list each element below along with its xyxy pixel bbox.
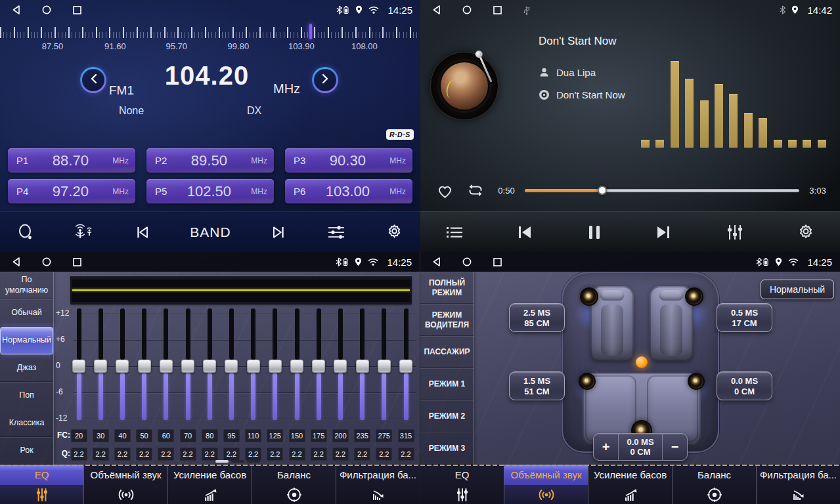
- tab-balance[interactable]: Баланс: [672, 465, 756, 504]
- increase-button[interactable]: +: [594, 434, 618, 460]
- listening-position-ball[interactable]: [636, 356, 648, 368]
- back-icon[interactable]: [432, 5, 441, 14]
- tab-surround[interactable]: Объёмный звук: [504, 465, 588, 504]
- seek-previous-icon[interactable]: [134, 224, 151, 241]
- recents-icon[interactable]: [493, 258, 502, 266]
- fc-value[interactable]: 125: [267, 429, 283, 442]
- q-value[interactable]: 2.2: [71, 448, 87, 461]
- page-dot-active[interactable]: [215, 460, 229, 463]
- slider-thumb[interactable]: [378, 360, 391, 373]
- q-value[interactable]: 2.2: [354, 448, 370, 461]
- q-value[interactable]: 2.2: [398, 448, 414, 461]
- fc-value[interactable]: 150: [289, 429, 305, 442]
- sound-profile-badge[interactable]: Нормальный: [761, 280, 834, 299]
- slider-thumb[interactable]: [290, 360, 303, 373]
- fc-value[interactable]: 70: [180, 429, 196, 442]
- slider-thumb[interactable]: [312, 360, 325, 373]
- fc-value[interactable]: 95: [223, 429, 240, 442]
- next-track-icon[interactable]: [654, 224, 673, 241]
- slider-thumb[interactable]: [116, 360, 129, 373]
- repeat-icon[interactable]: [466, 182, 485, 199]
- seek-next-icon[interactable]: [270, 224, 287, 241]
- fc-value[interactable]: 30: [93, 429, 109, 442]
- fc-value[interactable]: 275: [376, 429, 392, 442]
- tab-surround[interactable]: Объёмный звук: [83, 465, 167, 504]
- tune-up-button[interactable]: [312, 67, 338, 93]
- q-value[interactable]: 2.2: [332, 448, 349, 461]
- fc-value[interactable]: 20: [71, 429, 87, 442]
- fc-value[interactable]: 200: [332, 429, 349, 442]
- back-icon[interactable]: [12, 5, 20, 14]
- broadcast-icon[interactable]: [74, 224, 95, 241]
- fc-value[interactable]: 235: [354, 429, 370, 442]
- field-mode-item-3[interactable]: ПАССАЖИР: [420, 336, 474, 368]
- front-left-delay-button[interactable]: 2.5 MS 85 CM: [509, 303, 565, 332]
- recents-icon[interactable]: [493, 6, 502, 14]
- slider-thumb[interactable]: [160, 360, 173, 373]
- eq-preset-item-3[interactable]: Нормальный: [0, 327, 53, 354]
- tab-bass-boost[interactable]: Усиление басов: [588, 465, 672, 504]
- q-value[interactable]: 2.2: [245, 448, 261, 461]
- q-value[interactable]: 2.2: [267, 448, 283, 461]
- eq-settings-icon[interactable]: [326, 224, 346, 241]
- fc-value[interactable]: 40: [114, 429, 131, 442]
- preset-p1[interactable]: P188.70MHz: [8, 148, 135, 173]
- q-value[interactable]: 2.2: [180, 448, 196, 461]
- tab-balance[interactable]: Баланс: [252, 465, 336, 504]
- slider-thumb[interactable]: [356, 360, 369, 373]
- tab-filter[interactable]: Фильтрация ба...: [756, 465, 840, 504]
- q-value[interactable]: 2.2: [114, 448, 131, 461]
- slider-thumb[interactable]: [225, 360, 238, 373]
- back-icon[interactable]: [432, 257, 441, 266]
- fc-value[interactable]: 110: [245, 429, 261, 442]
- band-button[interactable]: BAND: [190, 224, 231, 240]
- eq-preset-item-7[interactable]: Рок: [0, 437, 53, 465]
- page-dot[interactable]: [231, 460, 244, 463]
- eq-sliders-icon[interactable]: [725, 223, 745, 242]
- fc-value[interactable]: 175: [311, 429, 327, 442]
- rear-left-delay-button[interactable]: 1.5 MS 51 CM: [509, 371, 565, 400]
- pause-icon[interactable]: [586, 224, 602, 241]
- seek-bar[interactable]: [525, 189, 799, 192]
- recents-icon[interactable]: [73, 6, 81, 14]
- frequency-scale[interactable]: [0, 22, 420, 39]
- decrease-button[interactable]: −: [663, 434, 687, 460]
- eq-preset-item-5[interactable]: Поп: [0, 382, 53, 410]
- tab-eq[interactable]: EQ: [420, 465, 504, 504]
- q-value[interactable]: 2.2: [311, 448, 327, 461]
- favorite-heart-icon[interactable]: [436, 182, 454, 199]
- eq-preset-item-4[interactable]: Джаз: [0, 354, 53, 382]
- q-value[interactable]: 2.2: [136, 448, 152, 461]
- q-value[interactable]: 2.2: [223, 448, 240, 461]
- home-icon[interactable]: [462, 5, 472, 14]
- home-icon[interactable]: [462, 257, 472, 266]
- slider-thumb[interactable]: [181, 360, 194, 373]
- previous-track-icon[interactable]: [516, 224, 534, 241]
- field-mode-item-5[interactable]: РЕЖИМ 2: [420, 400, 474, 432]
- field-mode-item-4[interactable]: РЕЖИМ 1: [420, 368, 474, 400]
- settings-gear-icon[interactable]: [797, 223, 815, 242]
- tab-filter[interactable]: Фильтрация ба...: [336, 465, 420, 504]
- slider-thumb[interactable]: [138, 360, 151, 373]
- tune-down-button[interactable]: [80, 67, 106, 93]
- rear-right-delay-button[interactable]: 0.0 MS 0 CM: [717, 371, 772, 400]
- q-value[interactable]: 2.2: [93, 448, 109, 461]
- field-mode-item-6[interactable]: РЕЖИМ 3: [420, 432, 474, 465]
- slider-thumb[interactable]: [203, 360, 216, 373]
- q-value[interactable]: 2.2: [289, 448, 305, 461]
- field-mode-item-1[interactable]: ПОЛНЫЙ РЕЖИМ: [420, 272, 474, 304]
- eq-preset-item-6[interactable]: Классика: [0, 410, 53, 437]
- slider-thumb[interactable]: [399, 360, 412, 373]
- back-icon[interactable]: [12, 257, 20, 266]
- q-value[interactable]: 2.2: [158, 448, 174, 461]
- fc-value[interactable]: 60: [158, 429, 174, 442]
- fc-value[interactable]: 50: [136, 429, 152, 442]
- tab-bass-boost[interactable]: Усиление басов: [167, 465, 252, 504]
- preset-p4[interactable]: P497.20MHz: [8, 179, 135, 203]
- slider-thumb[interactable]: [247, 360, 260, 373]
- q-value[interactable]: 2.2: [202, 448, 218, 461]
- preset-p6[interactable]: P6103.00MHz: [285, 179, 412, 203]
- tab-eq[interactable]: EQ: [0, 465, 83, 504]
- field-mode-item-2[interactable]: РЕЖИМ ВОДИТЕЛЯ: [420, 304, 474, 336]
- home-icon[interactable]: [42, 257, 51, 266]
